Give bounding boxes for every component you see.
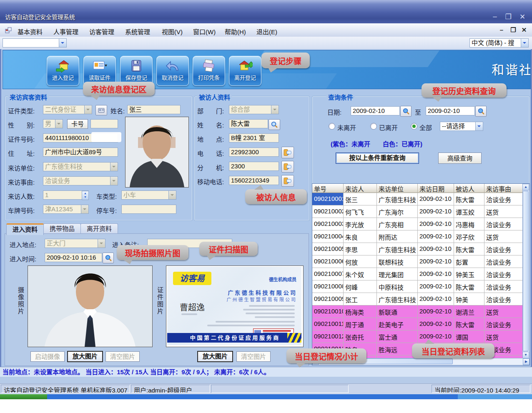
table-cell[interactable]: 杨海类 (344, 305, 377, 318)
tab-leave-data[interactable]: 离开资料 (80, 223, 118, 234)
table-cell[interactable]: 冯惠梅 (454, 218, 484, 230)
table-row[interactable]: 090210001张三广东德生科技2009-02-10陈大雷洽谈业务 (312, 193, 523, 205)
table-cell[interactable]: 周于通 (344, 318, 377, 330)
visit-company-combobox[interactable]: 广东德生科技 (43, 162, 118, 171)
zoom-photo-button[interactable]: 放大图片 (67, 351, 103, 362)
close-icon[interactable]: ✕ (517, 13, 528, 21)
table-cell[interactable]: 中原科技 (377, 280, 418, 293)
table-cell[interactable]: 090210006 (312, 255, 344, 268)
table-cell[interactable]: 送货 (484, 330, 523, 343)
table-header[interactable]: 来访日期 (418, 184, 454, 193)
table-row[interactable]: 090210006何放联想科技2009-02-10彭置洽谈业务 (312, 255, 523, 268)
table-header[interactable]: 来访单位 (377, 184, 418, 193)
table-cell[interactable]: 谢清兰 (454, 305, 484, 318)
menu-exit[interactable]: 退出(E) (254, 26, 280, 37)
table-cell[interactable]: 新联通 (377, 305, 418, 318)
table-row[interactable]: 090210012张奇托富士通2009-02-10谭国送货 (312, 330, 523, 343)
table-cell[interactable]: 何放 (344, 255, 377, 268)
quick-select-combobox[interactable] (3, 38, 67, 48)
leave-register-button[interactable]: 离开登记 (229, 56, 261, 86)
table-cell[interactable]: 2009-02-10 (418, 230, 454, 243)
table-cell[interactable]: 李思 (344, 243, 377, 255)
visit-reason-combobox[interactable]: 洽谈业务 (43, 176, 118, 185)
table-cell[interactable]: 2009-02-10 (418, 255, 454, 268)
table-cell[interactable]: 陈大雷 (454, 318, 484, 330)
zoom-card-button[interactable]: 放大图片 (197, 351, 233, 362)
table-cell[interactable]: 张工 (344, 293, 377, 305)
table-cell[interactable]: 赴美电子 (377, 318, 418, 330)
table-header[interactable]: 来访事由 (484, 184, 523, 193)
table-cell[interactable]: 2009-02-10 (418, 305, 454, 318)
radio-left[interactable] (370, 123, 377, 130)
table-row[interactable]: 090210007朱个奴理光集团2009-02-10钟美玉洽谈业务 (312, 268, 523, 280)
radio-not-left[interactable] (329, 123, 335, 130)
table-cell[interactable]: 陈大雷 (454, 243, 484, 255)
requery-button[interactable]: 按以上条件重新查询 (336, 153, 419, 164)
scroll-down-icon[interactable]: ▼ (522, 352, 529, 358)
table-row[interactable]: 090210008何峰中原科技2009-02-10陈大雷洽谈业务 (312, 280, 523, 293)
table-cell[interactable]: 张奇托 (344, 330, 377, 343)
table-cell[interactable]: 090210001 (312, 193, 344, 205)
start-camera-button[interactable]: 启动摄像 (30, 351, 65, 362)
table-cell[interactable]: 彭置 (454, 255, 484, 268)
table-cell[interactable]: 2009-02-10 (418, 293, 454, 305)
scroll-right-icon[interactable]: ▶ (523, 358, 529, 365)
table-cell[interactable]: 送货 (484, 230, 523, 243)
dept-combobox[interactable]: 综合部 (229, 105, 279, 114)
table-cell[interactable]: 2009-02-10 (418, 205, 454, 218)
table-cell[interactable]: 富士通 (377, 330, 418, 343)
table-cell[interactable]: 广东德生科技 (377, 243, 418, 255)
table-header[interactable]: 被访人 (454, 184, 484, 193)
minimize-icon[interactable]: – (489, 13, 500, 21)
table-row[interactable]: 090210010杨海类新联通2009-02-10谢清兰送货 (312, 305, 523, 318)
table-cell[interactable]: 理光集团 (377, 268, 418, 280)
table-cell[interactable]: 2009-02-10 (418, 318, 454, 330)
notify-ext-button[interactable] (281, 161, 294, 173)
date-to-picker-button[interactable] (475, 106, 487, 117)
menu-basic-data[interactable]: 基本资料 (15, 26, 45, 37)
date-from-picker-button[interactable] (400, 106, 412, 117)
table-cell[interactable]: 090210004 (312, 230, 344, 243)
vehicle-type-combobox[interactable]: 小车 (121, 190, 176, 200)
menu-window[interactable]: 窗口(W) (191, 26, 218, 37)
mobile-field[interactable]: 15602210349 (229, 176, 279, 185)
table-cell[interactable]: 钟美 (454, 293, 484, 305)
visitor-name-field[interactable]: 张三 (127, 105, 181, 114)
visited-name-field[interactable]: 陈大雷 (229, 119, 268, 128)
table-cell[interactable]: 洽谈业务 (484, 268, 523, 280)
table-row[interactable]: 090210011周于通赴美电子2009-02-10陈大雷洽谈业务 (312, 318, 523, 330)
table-cell[interactable]: 洽谈业务 (484, 243, 523, 255)
table-cell[interactable]: 2009-02-10 (418, 268, 454, 280)
notify-phone-button[interactable] (281, 147, 294, 158)
table-cell[interactable]: 洽谈业务 (484, 318, 523, 330)
table-cell[interactable]: 联想科技 (377, 255, 418, 268)
parking-field[interactable] (121, 205, 176, 214)
table-cell[interactable]: 谭玉姣 (454, 205, 484, 218)
table-row[interactable]: 090210005李思广东德生科技2009-02-10陈大雷洽谈业务 (312, 243, 523, 255)
tab-entry-data[interactable]: 进入资料 (6, 223, 44, 235)
mdi-close-icon[interactable]: ✕ (519, 26, 529, 34)
table-cell[interactable]: 谭国 (454, 330, 484, 343)
table-cell[interactable]: 邓子欣 (454, 230, 484, 243)
spinner-arrows-icon[interactable]: ▲▼ (82, 191, 89, 200)
table-cell[interactable]: 090210010 (312, 305, 344, 318)
menu-hr[interactable]: 人事管理 (51, 26, 81, 37)
ext-field[interactable]: 2300 (229, 162, 279, 171)
phone-field[interactable]: 22992300 (229, 148, 279, 157)
table-cell[interactable]: 陈大雷 (454, 280, 484, 293)
clear-card-button[interactable]: 清空图片 (236, 351, 271, 362)
table-cell[interactable]: 广东亮相 (377, 218, 418, 230)
table-cell[interactable]: 090210005 (312, 243, 344, 255)
card-number-button[interactable]: 卡号 (67, 119, 88, 129)
address-field[interactable]: 广州市中山大道89号 (43, 148, 118, 157)
filter-combobox[interactable]: --请选择 (440, 122, 483, 131)
menu-view[interactable]: 视图(V) (159, 26, 185, 37)
table-cell[interactable]: 广东德生科技 (377, 293, 418, 305)
cancel-register-button[interactable]: 取消登记 (156, 56, 189, 86)
table-cell[interactable]: 钟美玉 (454, 268, 484, 280)
table-cell[interactable]: 何飞飞 (344, 205, 377, 218)
table-row[interactable]: 090210004朱良附而达2009-02-10邓子欣送货 (312, 230, 523, 243)
table-cell[interactable]: 2009-02-10 (418, 280, 454, 293)
table-cell[interactable]: 2009-02-10 (418, 330, 454, 343)
table-cell[interactable]: 090210007 (312, 268, 344, 280)
